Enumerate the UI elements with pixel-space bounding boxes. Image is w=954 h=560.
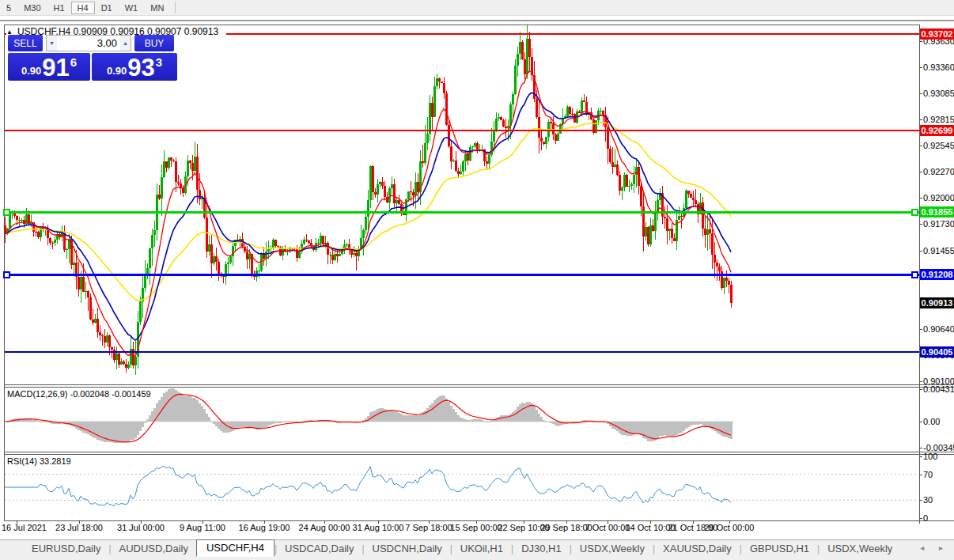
price-tick-label: 0.91730 — [923, 219, 954, 229]
price-tick-label: 0.92000 — [923, 193, 954, 202]
date-label: 9 Aug 11:00 — [180, 523, 225, 532]
price-tick — [919, 67, 922, 68]
price-tick — [919, 172, 922, 172]
date-label: 29 Oct 00:00 — [705, 523, 755, 532]
rsi-scale-label: 100 — [923, 452, 937, 461]
macd-scale-label: 0.00 — [923, 417, 940, 426]
date-tick — [608, 520, 608, 524]
date-label: 16 Aug 19:00 — [239, 523, 290, 532]
buy-price-pip: 3 — [156, 55, 162, 69]
price-tick — [919, 198, 922, 199]
line-handle-marker[interactable] — [3, 209, 10, 216]
horizontal-level-line-0.90405[interactable] — [5, 351, 919, 353]
date-label: 24 Aug 00:00 — [299, 523, 350, 532]
macd-tick — [919, 389, 922, 390]
price-tick-label: 0.93085 — [923, 89, 954, 98]
macd-scale-label: 0.00431 — [923, 384, 954, 394]
date-tick — [429, 520, 430, 524]
date-tick — [324, 520, 325, 524]
price-tick — [919, 224, 922, 225]
horizontal-level-line-0.91855[interactable] — [5, 211, 919, 214]
sell-button[interactable]: SELL — [8, 35, 43, 51]
date-label: 15 Sep 00:00 — [450, 523, 502, 532]
price-level-label: 0.90405 — [920, 346, 954, 358]
date-label: 7 Sep 18:00 — [405, 523, 452, 532]
rsi-tick — [919, 456, 922, 457]
line-handle-marker[interactable] — [3, 271, 10, 278]
date-tick — [729, 520, 730, 524]
date-tick — [79, 520, 80, 524]
date-label: 31 Jul 00:00 — [117, 523, 165, 532]
rsi-tick — [919, 500, 922, 501]
price-tick — [919, 119, 922, 120]
date-tick — [378, 520, 379, 524]
rsi-tick — [919, 475, 922, 475]
price-tick-label: 0.91455 — [923, 246, 954, 255]
date-tick — [650, 520, 651, 524]
price-tick — [919, 93, 922, 94]
line-handle-marker[interactable] — [911, 209, 918, 216]
mt4-window: 5M30H1H4D1W1MN ▲ USDCHF,H4 0.90909 0.909… — [0, 0, 954, 560]
date-label: 7 Oct 00:00 — [585, 523, 630, 532]
volume-input[interactable]: 3.00 — [57, 35, 120, 51]
rsi-header: RSI(14) 33.2819 — [6, 456, 78, 467]
date-tick — [693, 520, 694, 524]
price-level-label: 0.91208 — [920, 269, 954, 280]
buy-button[interactable]: BUY — [134, 35, 174, 51]
buy-price-prefix: 0.90 — [107, 65, 127, 77]
date-label: 31 Aug 10:00 — [353, 523, 404, 532]
macd-header: MACD(12,26,9) -0.002048 -0.001459 — [6, 388, 157, 399]
date-tick — [203, 520, 203, 524]
date-tick — [17, 520, 17, 524]
price-level-label: 0.92699 — [920, 125, 954, 136]
current-price-label: 0.90913 — [920, 297, 954, 308]
price-level-label: 0.91855 — [920, 206, 954, 218]
price-tick — [919, 41, 922, 42]
price-tick — [919, 251, 922, 252]
macd-tick — [919, 448, 922, 448]
date-tick — [264, 520, 265, 524]
price-tick — [919, 329, 922, 330]
volume-increase-icon[interactable]: ▲ — [120, 35, 131, 51]
buy-price-big: 93 — [127, 56, 154, 79]
price-tick — [919, 381, 922, 382]
date-tick — [476, 520, 477, 524]
horizontal-level-line-0.92699[interactable] — [5, 130, 919, 131]
sell-price-prefix: 0.90 — [21, 65, 41, 77]
price-tick — [919, 146, 922, 146]
line-handle-marker[interactable] — [911, 271, 918, 278]
sell-price-button[interactable]: 0.90 91 6 — [8, 53, 90, 81]
date-label: 16 Jul 2021 — [2, 523, 47, 532]
rsi-scale-label: 0 — [923, 513, 928, 523]
price-tick-label: 0.92270 — [923, 167, 954, 176]
date-tick — [524, 520, 524, 524]
price-tick-label: 0.90640 — [923, 324, 954, 334]
price-tick-label: 0.92815 — [923, 115, 954, 124]
sell-price-big: 91 — [42, 56, 69, 79]
date-tick — [141, 520, 142, 524]
rsi-tick — [919, 518, 922, 519]
price-tick-label: 0.93360 — [923, 62, 954, 72]
rsi-scale-label: 70 — [923, 470, 933, 479]
buy-price-button[interactable]: 0.90 93 3 — [92, 53, 177, 81]
sell-price-pip: 6 — [70, 55, 77, 69]
date-label: 23 Jul 18:00 — [55, 523, 103, 532]
volume-decrease-icon[interactable]: ▼ — [46, 35, 57, 51]
price-tick-label: 0.92545 — [923, 141, 954, 150]
horizontal-level-line-0.91208[interactable] — [5, 274, 919, 276]
one-click-trading-panel: SELL ▼ 3.00 ▲ BUY 0.90 91 6 0.90 93 3 — [8, 35, 177, 81]
rsi-scale-label: 30 — [923, 495, 933, 505]
date-tick — [566, 520, 567, 524]
price-level-label: 0.93702 — [920, 28, 954, 40]
macd-tick — [919, 422, 922, 422]
chart-canvas — [0, 0, 954, 560]
